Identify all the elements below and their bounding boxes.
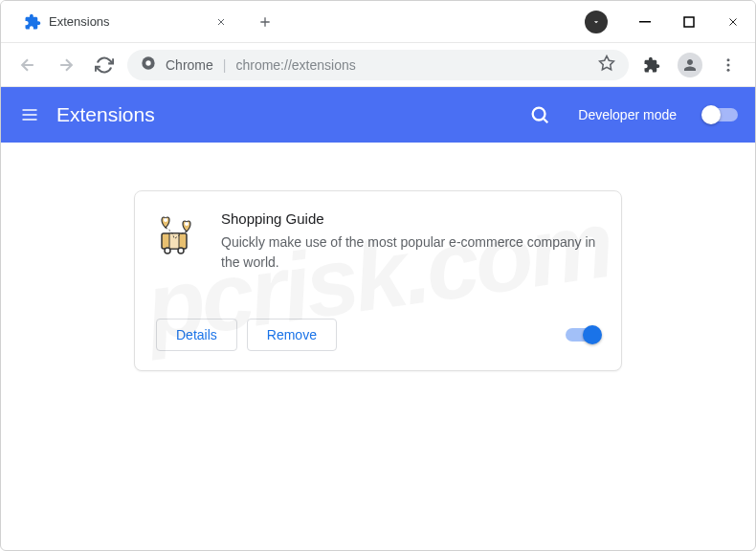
svg-point-18 xyxy=(185,222,189,226)
close-window-button[interactable] xyxy=(711,1,755,43)
svg-point-7 xyxy=(727,68,730,71)
svg-point-15 xyxy=(165,248,170,253)
omnibox-url: chrome://extensions xyxy=(235,57,355,73)
reload-button[interactable] xyxy=(89,50,120,80)
minimize-button[interactable] xyxy=(623,1,667,43)
tab-close-button[interactable] xyxy=(213,14,229,30)
omnibox-separator: | xyxy=(223,57,227,73)
maximize-button[interactable] xyxy=(667,1,711,43)
svg-point-17 xyxy=(164,218,167,222)
svg-point-3 xyxy=(145,60,150,65)
extension-puzzle-icon xyxy=(24,13,41,31)
svg-rect-14 xyxy=(169,233,179,249)
developer-mode-label: Developer mode xyxy=(578,107,677,122)
svg-point-6 xyxy=(727,63,730,66)
details-button[interactable]: Details xyxy=(156,319,237,351)
browser-tab[interactable]: Extensions xyxy=(9,1,240,42)
omnibox[interactable]: Chrome | chrome://extensions xyxy=(127,50,629,80)
title-bar: Extensions xyxy=(1,1,755,43)
svg-point-5 xyxy=(727,58,730,61)
extension-card: Shopping Guide Quickly make use of the m… xyxy=(134,190,622,371)
remove-button[interactable]: Remove xyxy=(247,319,337,351)
hamburger-menu-button[interactable] xyxy=(18,103,41,126)
page-title: Extensions xyxy=(56,103,155,126)
extension-name: Shopping Guide xyxy=(221,210,600,227)
extension-enabled-toggle[interactable] xyxy=(566,328,600,342)
window-controls xyxy=(623,1,755,43)
developer-mode-toggle[interactable] xyxy=(703,108,738,121)
svg-point-16 xyxy=(178,248,184,253)
svg-point-11 xyxy=(533,108,545,121)
kebab-menu-button[interactable] xyxy=(713,50,744,80)
svg-marker-4 xyxy=(600,55,614,69)
extensions-header: Extensions Developer mode xyxy=(1,87,755,143)
browser-window: Extensions xyxy=(0,0,756,551)
content-area: Shopping Guide Quickly make use of the m… xyxy=(1,143,755,371)
profile-button[interactable] xyxy=(675,50,705,80)
extensions-button[interactable] xyxy=(636,50,667,80)
chrome-logo-icon xyxy=(141,55,156,75)
extension-app-icon xyxy=(156,210,200,254)
svg-rect-0 xyxy=(639,21,651,23)
bookmark-star-icon[interactable] xyxy=(598,55,615,76)
forward-button[interactable] xyxy=(51,50,81,80)
svg-line-12 xyxy=(545,119,548,122)
new-tab-button[interactable] xyxy=(252,9,278,35)
search-button[interactable] xyxy=(524,99,555,130)
omnibox-scheme: Chrome xyxy=(166,57,213,73)
extension-description: Quickly make use of the most popular e-c… xyxy=(221,232,600,273)
tab-search-icon[interactable] xyxy=(585,11,608,33)
svg-rect-1 xyxy=(684,17,694,27)
tab-title: Extensions xyxy=(49,14,110,29)
address-bar: Chrome | chrome://extensions xyxy=(1,43,755,87)
back-button[interactable] xyxy=(12,50,43,80)
